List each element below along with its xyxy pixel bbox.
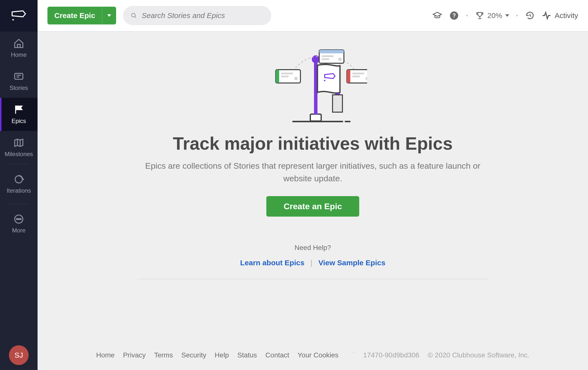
footer-link-cookies[interactable]: Your Cookies bbox=[298, 351, 339, 359]
svg-line-14 bbox=[135, 17, 136, 18]
activity-icon bbox=[542, 11, 551, 20]
cta-label: Create an Epic bbox=[284, 202, 342, 211]
iteration-icon bbox=[13, 174, 24, 185]
footer-link-help[interactable]: Help bbox=[215, 351, 229, 359]
footer-link-privacy[interactable]: Privacy bbox=[123, 351, 146, 359]
sidebar-item-milestones[interactable]: Milestones bbox=[0, 131, 38, 164]
separator-dot: • bbox=[516, 12, 518, 19]
activity-button[interactable]: Activity bbox=[542, 11, 578, 20]
hero-subtitle: Epics are collections of Stories that re… bbox=[142, 160, 483, 185]
divider bbox=[137, 279, 488, 279]
create-epic-dropdown[interactable] bbox=[102, 7, 116, 24]
learn-about-epics-link[interactable]: Learn about Epics bbox=[240, 259, 304, 267]
sidebar-item-home[interactable]: Home bbox=[0, 32, 38, 65]
svg-point-12 bbox=[20, 219, 21, 220]
help-block: Need Help? Learn about Epics | View Samp… bbox=[240, 244, 385, 267]
svg-rect-27 bbox=[319, 50, 344, 53]
search-field[interactable] bbox=[123, 6, 271, 25]
sidebar-item-label: Iterations bbox=[7, 187, 31, 194]
svg-rect-29 bbox=[322, 58, 329, 60]
home-icon bbox=[13, 38, 24, 49]
map-icon bbox=[13, 137, 24, 148]
caret-down-icon bbox=[505, 14, 509, 17]
svg-rect-34 bbox=[281, 76, 289, 77]
create-epic-button[interactable]: Create Epic bbox=[47, 7, 116, 24]
trophy-icon bbox=[475, 11, 484, 20]
svg-text:?: ? bbox=[452, 12, 456, 19]
create-an-epic-button[interactable]: Create an Epic bbox=[266, 196, 359, 217]
search-input[interactable] bbox=[141, 11, 264, 20]
svg-rect-24 bbox=[333, 95, 342, 112]
logo[interactable] bbox=[0, 0, 38, 32]
avatar-initials: SJ bbox=[14, 351, 23, 359]
svg-rect-39 bbox=[352, 76, 360, 77]
avatar[interactable]: SJ bbox=[9, 345, 29, 365]
twitter-link[interactable] bbox=[347, 350, 355, 360]
sidebar-item-label: Epics bbox=[12, 118, 26, 124]
hero-illustration bbox=[258, 48, 367, 127]
sidebar-item-more[interactable]: More bbox=[0, 204, 38, 244]
svg-point-25 bbox=[324, 80, 325, 81]
footer-link-terms[interactable]: Terms bbox=[154, 351, 173, 359]
main-content: Track major initiatives with Epics Epics… bbox=[38, 32, 588, 370]
svg-rect-21 bbox=[310, 114, 321, 121]
build-id: 17470-90d9bd306 bbox=[363, 351, 419, 359]
history-button[interactable] bbox=[525, 11, 535, 21]
svg-point-13 bbox=[132, 13, 135, 17]
svg-rect-1 bbox=[15, 73, 23, 79]
svg-point-23 bbox=[312, 55, 320, 63]
svg-rect-33 bbox=[281, 73, 293, 74]
history-icon bbox=[525, 11, 535, 21]
topbar: Create Epic ? • 20% • Activity bbox=[38, 0, 588, 32]
footer: Home Privacy Terms Security Help Status … bbox=[38, 340, 588, 370]
svg-point-30 bbox=[338, 58, 342, 61]
learn-button[interactable] bbox=[432, 11, 442, 21]
create-epic-label: Create Epic bbox=[47, 7, 102, 24]
flag-logo-icon bbox=[11, 10, 26, 21]
avatar-area: SJ bbox=[0, 340, 38, 370]
svg-point-0 bbox=[12, 19, 14, 21]
svg-rect-28 bbox=[322, 55, 334, 57]
svg-rect-38 bbox=[352, 73, 364, 74]
footer-link-contact[interactable]: Contact bbox=[265, 351, 289, 359]
footer-link-security[interactable]: Security bbox=[181, 351, 206, 359]
svg-rect-32 bbox=[276, 70, 279, 83]
graduation-cap-icon bbox=[432, 11, 442, 21]
twitter-icon bbox=[347, 350, 355, 358]
svg-point-11 bbox=[18, 219, 19, 220]
svg-rect-37 bbox=[347, 70, 350, 83]
story-card-icon bbox=[13, 71, 24, 82]
hero-title: Track major initiatives with Epics bbox=[173, 133, 453, 154]
sidebar-item-label: More bbox=[12, 227, 26, 234]
flag-icon bbox=[13, 104, 24, 115]
svg-point-10 bbox=[16, 219, 17, 220]
caret-down-icon bbox=[107, 14, 111, 17]
copyright: © 2020 Clubhouse Software, Inc. bbox=[428, 351, 529, 359]
help-button[interactable]: ? bbox=[449, 11, 459, 21]
sidebar-item-label: Home bbox=[11, 51, 27, 58]
svg-point-35 bbox=[294, 77, 298, 80]
sidebar-item-stories[interactable]: Stories bbox=[0, 65, 38, 98]
help-links: Learn about Epics | View Sample Epics bbox=[240, 259, 385, 267]
separator-dot: • bbox=[466, 12, 468, 19]
sidebar-item-label: Stories bbox=[10, 84, 28, 91]
question-circle-icon: ? bbox=[449, 11, 459, 21]
view-sample-epics-link[interactable]: View Sample Epics bbox=[318, 259, 385, 267]
footer-link-home[interactable]: Home bbox=[96, 351, 115, 359]
search-icon bbox=[130, 12, 137, 19]
sidebar-item-epics[interactable]: Epics bbox=[0, 98, 38, 131]
help-label: Need Help? bbox=[240, 244, 385, 252]
sidebar-item-iterations[interactable]: Iterations bbox=[0, 164, 38, 204]
footer-link-status[interactable]: Status bbox=[237, 351, 257, 359]
sidebar: Home Stories Epics Milestones Iterations… bbox=[0, 0, 38, 370]
progress-value: 20% bbox=[487, 11, 502, 20]
more-icon bbox=[13, 214, 24, 225]
sidebar-item-label: Milestones bbox=[5, 151, 33, 158]
activity-label: Activity bbox=[555, 11, 578, 20]
separator-pipe: | bbox=[311, 259, 313, 267]
progress-button[interactable]: 20% bbox=[475, 11, 509, 20]
